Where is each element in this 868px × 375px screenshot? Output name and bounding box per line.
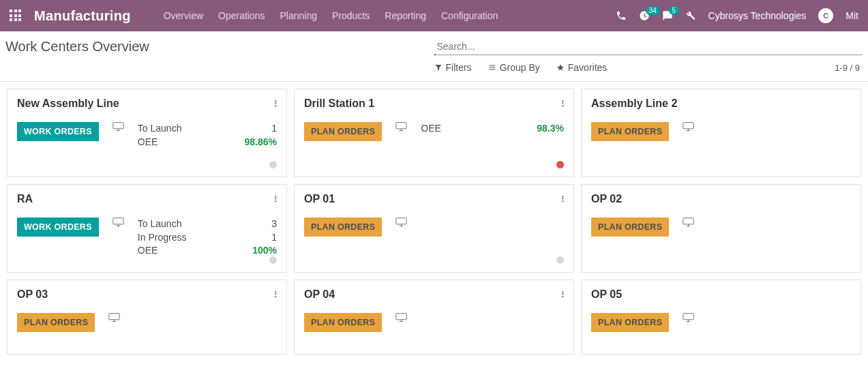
stat-label: In Progress bbox=[138, 231, 187, 245]
menu-item-configuration[interactable]: Configuration bbox=[441, 10, 498, 21]
menu-item-planning[interactable]: Planning bbox=[280, 10, 318, 21]
plan-orders-button[interactable]: PLAN ORDERS bbox=[17, 313, 95, 332]
svg-rect-6 bbox=[683, 123, 693, 129]
company-name[interactable]: Cybrosys Technologies bbox=[708, 10, 807, 21]
card-title[interactable]: OP 03 bbox=[17, 288, 48, 301]
messages-icon[interactable]: 5 bbox=[662, 10, 673, 21]
card-stats: To Launch3In Progress1OEE100% bbox=[138, 217, 277, 258]
brand: Manufacturing bbox=[10, 8, 131, 24]
topnav: Manufacturing OverviewOperationsPlanning… bbox=[0, 0, 868, 31]
topnav-menu: OverviewOperationsPlanningProductsReport… bbox=[164, 10, 498, 21]
control-panel: Work Centers Overview Filters Group By F… bbox=[0, 31, 868, 81]
card-title[interactable]: New Assembly Line bbox=[17, 97, 119, 110]
workcenter-card: OP 05PLAN ORDERS bbox=[581, 280, 861, 355]
topnav-right: 34 5 Cybrosys Technologies C Mit bbox=[616, 8, 858, 23]
menu-item-overview[interactable]: Overview bbox=[164, 10, 203, 21]
app-title[interactable]: Manufacturing bbox=[34, 8, 131, 24]
stat-value: 98.86% bbox=[236, 136, 277, 149]
svg-rect-18 bbox=[109, 314, 119, 320]
plan-orders-button[interactable]: PLAN ORDERS bbox=[304, 313, 382, 332]
card-menu-icon[interactable]: ●●● bbox=[561, 196, 564, 203]
card-title[interactable]: Assembly Line 2 bbox=[591, 97, 677, 110]
card-title[interactable]: OP 01 bbox=[304, 193, 335, 205]
card-title[interactable]: OP 02 bbox=[591, 193, 622, 205]
tools-icon[interactable] bbox=[685, 10, 696, 21]
card-menu-icon[interactable]: ●●● bbox=[561, 100, 564, 108]
status-dot[interactable] bbox=[556, 256, 564, 264]
messages-badge: 5 bbox=[669, 6, 680, 15]
stat-label: To Launch bbox=[138, 122, 182, 136]
stat-label: OEE bbox=[421, 122, 441, 136]
avatar[interactable]: C bbox=[818, 8, 833, 23]
stat-value: 3 bbox=[236, 217, 277, 231]
phone-icon[interactable] bbox=[616, 10, 627, 21]
status-dot[interactable] bbox=[269, 256, 277, 264]
stat-value: 1 bbox=[236, 122, 277, 136]
groupby-button[interactable]: Group By bbox=[488, 62, 540, 73]
stat-value: 98.3% bbox=[523, 122, 564, 136]
card-menu-icon[interactable]: ●●● bbox=[274, 100, 277, 108]
plan-orders-button[interactable]: PLAN ORDERS bbox=[304, 122, 382, 141]
plan-orders-button[interactable]: PLAN ORDERS bbox=[591, 217, 669, 237]
stat-label: OEE bbox=[138, 136, 158, 149]
menu-item-reporting[interactable]: Reporting bbox=[385, 10, 426, 21]
svg-rect-24 bbox=[683, 314, 693, 320]
apps-icon[interactable] bbox=[10, 10, 22, 22]
display-icon[interactable] bbox=[683, 217, 694, 227]
display-icon[interactable] bbox=[395, 122, 407, 132]
workcenter-card: RA●●●WORK ORDERSTo Launch3In Progress1OE… bbox=[7, 184, 287, 273]
filters-label: Filters bbox=[446, 62, 472, 73]
menu-item-products[interactable]: Products bbox=[332, 10, 370, 21]
card-menu-icon[interactable]: ●●● bbox=[274, 291, 277, 299]
card-title[interactable]: RA bbox=[17, 193, 33, 205]
display-icon[interactable] bbox=[395, 313, 407, 322]
card-title[interactable]: OP 04 bbox=[304, 288, 335, 301]
svg-rect-9 bbox=[113, 218, 123, 224]
svg-rect-15 bbox=[683, 218, 693, 224]
svg-rect-12 bbox=[396, 218, 406, 224]
display-icon[interactable] bbox=[395, 217, 407, 227]
workcenter-card: OP 02PLAN ORDERS bbox=[581, 184, 861, 273]
activities-badge: 34 bbox=[646, 6, 660, 15]
stat-value: 1 bbox=[236, 231, 277, 245]
workcenter-card: Drill Station 1●●●PLAN ORDERSOEE98.3% bbox=[294, 89, 574, 177]
menu-item-operations[interactable]: Operations bbox=[218, 10, 265, 21]
svg-rect-0 bbox=[113, 123, 123, 129]
favorites-button[interactable]: Favorites bbox=[556, 62, 608, 73]
card-title[interactable]: Drill Station 1 bbox=[304, 97, 374, 110]
svg-rect-3 bbox=[396, 123, 406, 129]
display-icon[interactable] bbox=[113, 122, 124, 132]
display-icon[interactable] bbox=[683, 313, 694, 322]
display-icon[interactable] bbox=[108, 313, 120, 322]
status-dot[interactable] bbox=[269, 161, 277, 168]
stat-label: To Launch bbox=[138, 217, 182, 231]
filters-button[interactable]: Filters bbox=[434, 62, 472, 73]
pager[interactable]: 1-9 / 9 bbox=[835, 63, 863, 73]
display-icon[interactable] bbox=[113, 217, 124, 227]
status-dot[interactable] bbox=[556, 161, 564, 168]
search-input[interactable] bbox=[434, 38, 863, 55]
favorites-label: Favorites bbox=[568, 62, 608, 73]
card-menu-icon[interactable]: ●●● bbox=[561, 291, 564, 299]
card-menu-icon[interactable]: ●●● bbox=[274, 196, 277, 203]
plan-orders-button[interactable]: PLAN ORDERS bbox=[591, 313, 669, 332]
activities-icon[interactable]: 34 bbox=[639, 10, 650, 21]
plan-orders-button[interactable]: PLAN ORDERS bbox=[304, 217, 382, 237]
stat-value: 100% bbox=[236, 244, 277, 258]
workcenter-card: OP 03●●●PLAN ORDERS bbox=[7, 280, 287, 355]
user-short[interactable]: Mit bbox=[845, 10, 858, 21]
page-title: Work Centers Overview bbox=[5, 39, 434, 55]
plan-orders-button[interactable]: PLAN ORDERS bbox=[591, 122, 669, 141]
work-orders-button[interactable]: WORK ORDERS bbox=[17, 217, 99, 237]
card-stats: OEE98.3% bbox=[421, 122, 564, 136]
svg-rect-21 bbox=[396, 314, 406, 320]
stat-label: OEE bbox=[138, 244, 158, 258]
kanban-grid: New Assembly Line●●●WORK ORDERSTo Launch… bbox=[0, 82, 868, 355]
search-wrap bbox=[434, 38, 863, 55]
workcenter-card: Assembly Line 2PLAN ORDERS bbox=[581, 89, 861, 177]
display-icon[interactable] bbox=[683, 122, 694, 132]
workcenter-card: OP 01●●●PLAN ORDERS bbox=[294, 184, 574, 273]
work-orders-button[interactable]: WORK ORDERS bbox=[17, 122, 99, 141]
workcenter-card: OP 04●●●PLAN ORDERS bbox=[294, 280, 574, 355]
card-title[interactable]: OP 05 bbox=[591, 288, 622, 301]
